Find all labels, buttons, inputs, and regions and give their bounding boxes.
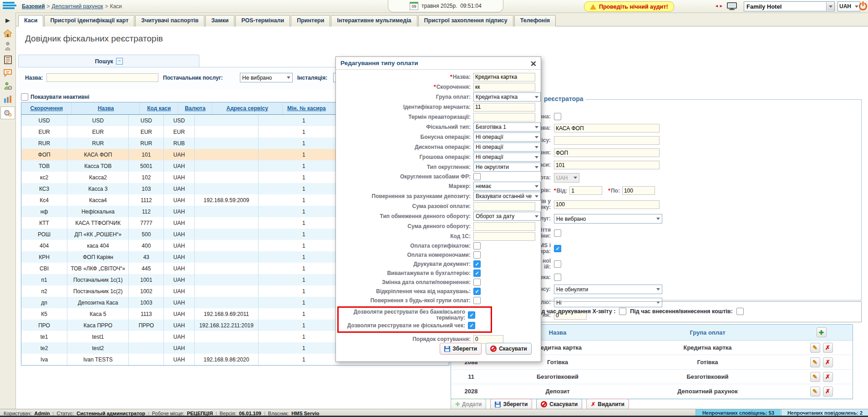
- panel-field-input[interactable]: [554, 148, 660, 157]
- filter-name-input[interactable]: [46, 73, 158, 82]
- modal-field-select[interactable]: Оборот за дату: [473, 212, 541, 221]
- modal-close-icon[interactable]: ✕: [530, 59, 537, 69]
- tab-4[interactable]: POS-термінали: [235, 15, 290, 26]
- modal-field-input[interactable]: [473, 113, 535, 122]
- range-to-input[interactable]: [622, 186, 655, 195]
- range-from-input[interactable]: [569, 186, 602, 195]
- delete-button[interactable]: ✗: [823, 357, 833, 367]
- panel-field-checkbox[interactable]: [554, 260, 561, 268]
- breadcrumb-link-base[interactable]: Базовий: [22, 3, 45, 10]
- modal-field-input[interactable]: [473, 222, 535, 231]
- modal-field-checkbox[interactable]: [473, 251, 481, 259]
- sidebar-expand-arrow-icon[interactable]: ▶: [1, 14, 14, 26]
- pay-table-row[interactable]: 2028ДепозитДепозитний рахунок✎✗: [451, 384, 853, 399]
- modal-field-checkbox[interactable]: ✓: [473, 288, 481, 295]
- delete-button[interactable]: ✗: [823, 372, 833, 382]
- tab-3[interactable]: Замки: [205, 15, 234, 26]
- modal-field-checkbox[interactable]: [473, 173, 481, 180]
- show-inactive-checkbox[interactable]: [21, 93, 28, 101]
- tab-7[interactable]: Пристрої захоплення підпису: [418, 15, 513, 26]
- modal-field-input[interactable]: [473, 335, 503, 344]
- workstation-monitor-icon[interactable]: [727, 2, 737, 10]
- resize-arrows-icon[interactable]: ◄►: [715, 4, 724, 8]
- panel-cancel-button[interactable]: Скасувати: [536, 399, 582, 410]
- panel-field-checkbox[interactable]: [554, 229, 561, 237]
- collapse-icon[interactable]: −: [116, 58, 123, 65]
- tab-0[interactable]: Каси: [18, 15, 43, 26]
- modal-field-select[interactable]: Безготівка 1: [473, 122, 541, 132]
- currency-select[interactable]: UAH: [838, 1, 860, 11]
- delete-button[interactable]: ✗: [823, 386, 833, 397]
- hotel-select-arrow-icon[interactable]: [826, 2, 834, 10]
- filter-provider-select[interactable]: Не вибрано: [240, 73, 293, 82]
- panel-field-input[interactable]: [554, 161, 660, 169]
- column-header-1[interactable]: Назва: [72, 102, 140, 114]
- modal-field-checkbox[interactable]: ✓: [473, 270, 481, 277]
- panel-delete-button[interactable]: ✗Видалити: [586, 399, 629, 410]
- panel-field-checkbox[interactable]: [554, 274, 561, 281]
- add-button[interactable]: ✚Додати: [451, 399, 486, 410]
- unread-messages-badge[interactable]: Непрочитаних повідомлень: 2: [781, 409, 868, 416]
- breadcrumb-link-deposit[interactable]: Депозитний рахунок: [52, 3, 103, 10]
- edit-button[interactable]: ✎: [810, 357, 820, 367]
- modal-field-checkbox[interactable]: [473, 242, 481, 249]
- unread-notifications-badge[interactable]: Непрочитаних сповіщень: 53: [695, 409, 781, 416]
- panel-field-select[interactable]: Не вибрано: [554, 214, 662, 224]
- tab-2[interactable]: Зчитувачі паспортів: [135, 15, 204, 26]
- tab-6[interactable]: Інтерактивне мультимедіа: [331, 15, 417, 26]
- panel-field-select[interactable]: UAH: [554, 173, 579, 183]
- sidebar-staff-settings-icon[interactable]: [1, 80, 14, 92]
- modal-field-select[interactable]: Вказувати останній че: [473, 192, 541, 201]
- modal-cancel-button[interactable]: Скасувати: [486, 343, 532, 355]
- panel-field-input[interactable]: [554, 136, 660, 145]
- modal-save-button[interactable]: Зберегти: [440, 343, 482, 355]
- modal-field-select[interactable]: немає: [473, 182, 541, 191]
- cash-inout-checkbox[interactable]: [736, 308, 744, 315]
- column-header-2[interactable]: Код каси: [140, 102, 178, 114]
- panel-field-checkbox[interactable]: ✓: [554, 245, 561, 252]
- logout-power-icon[interactable]: [858, 1, 868, 11]
- hotel-select[interactable]: Family Hotel: [744, 1, 835, 11]
- modal-field-select[interactable]: Кредитна картка: [473, 92, 541, 102]
- sidebar-home-icon[interactable]: [1, 27, 14, 39]
- delete-button[interactable]: ✗: [823, 343, 833, 353]
- edit-button[interactable]: ✎: [810, 372, 820, 382]
- modal-field-checkbox[interactable]: ✓: [468, 311, 475, 319]
- panel-field-checkbox[interactable]: [554, 113, 561, 120]
- column-header-4[interactable]: Адреса сервісу: [212, 102, 283, 114]
- modal-field-input[interactable]: [473, 83, 535, 92]
- panel-field-select[interactable]: Не обнуляти: [554, 285, 662, 294]
- sidebar-messages-icon[interactable]: [1, 67, 14, 79]
- modal-field-checkbox[interactable]: [473, 297, 481, 304]
- modal-field-input[interactable]: [473, 232, 535, 241]
- panel-save-button[interactable]: Зберегти: [490, 399, 532, 410]
- modal-field-select[interactable]: Ні операції: [473, 132, 541, 142]
- edit-button[interactable]: ✎: [810, 343, 820, 353]
- modal-field-input[interactable]: [473, 103, 535, 112]
- panel-field-input[interactable]: [554, 124, 660, 132]
- modal-field-select[interactable]: Ні операції: [473, 142, 541, 152]
- modal-field-checkbox[interactable]: [473, 279, 481, 286]
- modal-field-checkbox[interactable]: ✓: [473, 260, 481, 268]
- sidebar-system-settings-icon[interactable]: ⚙⚙: [0, 107, 15, 119]
- tab-1[interactable]: Пристрої ідентифікації карт: [44, 15, 134, 26]
- xreport-checkbox[interactable]: [619, 308, 626, 315]
- modal-field-select[interactable]: Не округляти: [473, 163, 541, 172]
- tab-5[interactable]: Принтери: [291, 15, 330, 26]
- sidebar-journal-icon[interactable]: [1, 54, 14, 66]
- sidebar-guest-icon[interactable]: [1, 41, 14, 52]
- modal-field-checkbox[interactable]: ✓: [468, 322, 475, 329]
- search-panel-tab[interactable]: Пошук −: [18, 55, 199, 67]
- edit-button[interactable]: ✎: [810, 386, 820, 397]
- modal-field-input[interactable]: [473, 73, 535, 81]
- panel-field-input[interactable]: [554, 200, 660, 209]
- sidebar-reports-chart-icon[interactable]: [1, 93, 14, 105]
- column-header-3[interactable]: Валюта: [178, 102, 212, 114]
- night-audit-notification[interactable]: Проведіть нічний аудит!: [584, 1, 674, 12]
- tab-8[interactable]: Телефонія: [514, 15, 556, 26]
- pay-table-row[interactable]: 11БезготівковийБезготівковий✎✗: [451, 370, 853, 384]
- add-payment-type-button[interactable]: ✚: [817, 327, 827, 337]
- column-header-0[interactable]: Скорочення: [21, 102, 72, 114]
- modal-field-select[interactable]: Ні операції: [473, 153, 541, 162]
- modal-field-input[interactable]: [473, 202, 535, 211]
